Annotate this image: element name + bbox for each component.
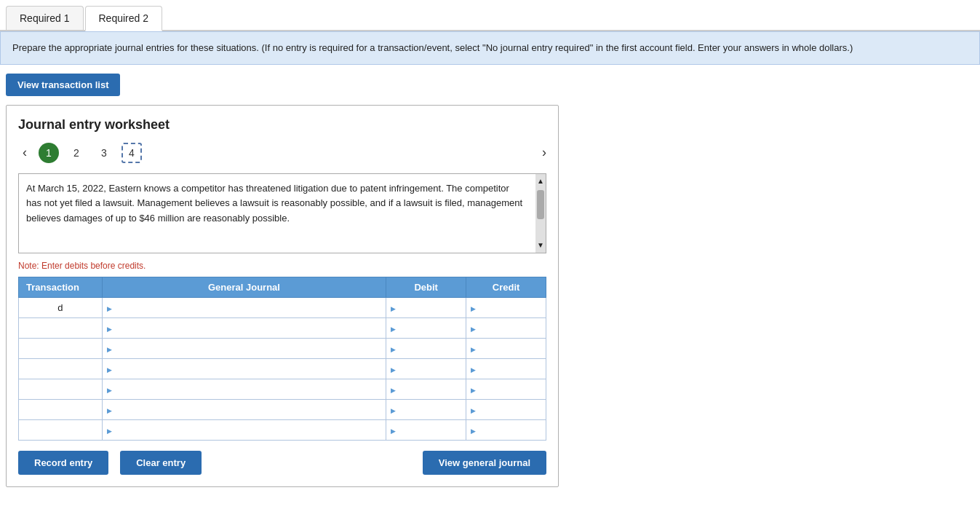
col-header-general-journal: General Journal [102,277,386,297]
table-row: d [19,297,546,317]
table-row [19,399,546,419]
credit-cell-6[interactable] [466,419,546,440]
general-journal-cell-4[interactable] [102,379,386,399]
info-banner-text: Prepare the appropriate journal entries … [12,42,853,53]
nav-num-3[interactable]: 3 [94,143,114,163]
credit-cell-0[interactable] [466,297,546,317]
journal-entry-worksheet: Journal entry worksheet ‹ 1 2 3 4 › At M… [6,105,559,487]
transaction-cell-3 [19,358,103,379]
debit-cell-0[interactable] [386,297,466,317]
worksheet-title: Journal entry worksheet [18,117,546,133]
debit-cell-3[interactable] [386,358,466,379]
journal-table: Transaction General Journal Debit Credit… [18,277,546,441]
tab-required1[interactable]: Required 1 [6,6,84,30]
scenario-text: At March 15, 2022, Eastern knows a compe… [26,183,522,224]
scenario-box: At March 15, 2022, Eastern knows a compe… [18,173,546,253]
debit-cell-5[interactable] [386,399,466,419]
table-row [19,338,546,358]
transaction-cell-0: d [19,297,103,317]
col-header-transaction: Transaction [19,277,103,297]
col-header-debit: Debit [386,277,466,297]
tabs-container: Required 1 Required 2 [0,0,980,31]
view-transaction-button[interactable]: View transaction list [6,74,120,96]
credit-cell-2[interactable] [466,338,546,358]
nav-row: ‹ 1 2 3 4 › [18,143,546,163]
general-journal-cell-3[interactable] [102,358,386,379]
credit-cell-1[interactable] [466,317,546,338]
clear-entry-button[interactable]: Clear entry [120,451,202,475]
credit-cell-3[interactable] [466,358,546,379]
debit-cell-4[interactable] [386,379,466,399]
note-text: Note: Enter debits before credits. [18,261,546,271]
general-journal-cell-2[interactable] [102,338,386,358]
transaction-cell-2 [19,338,103,358]
info-banner: Prepare the appropriate journal entries … [0,31,980,65]
scroll-up-icon[interactable]: ▲ [537,175,544,187]
nav-num-4[interactable]: 4 [121,143,142,163]
general-journal-cell-5[interactable] [102,399,386,419]
debit-cell-6[interactable] [386,419,466,440]
transaction-cell-4 [19,379,103,399]
col-header-credit: Credit [466,277,546,297]
transaction-cell-5 [19,399,103,419]
general-journal-cell-1[interactable] [102,317,386,338]
table-row [19,358,546,379]
debit-cell-1[interactable] [386,317,466,338]
scrollbar[interactable]: ▲ ▼ [535,174,546,253]
table-row [19,317,546,338]
record-entry-button[interactable]: Record entry [18,451,108,475]
view-general-journal-button[interactable]: View general journal [423,451,546,475]
nav-next-button[interactable]: › [542,145,546,160]
tab-required2[interactable]: Required 2 [85,6,163,31]
nav-num-1[interactable]: 1 [39,143,59,163]
transaction-cell-6 [19,419,103,440]
bottom-button-row: Record entry Clear entry View general jo… [18,451,546,475]
table-row [19,379,546,399]
nav-prev-button[interactable]: ‹ [18,143,31,162]
scroll-thumb[interactable] [537,190,544,219]
credit-cell-5[interactable] [466,399,546,419]
credit-cell-4[interactable] [466,379,546,399]
general-journal-cell-6[interactable] [102,419,386,440]
debit-cell-2[interactable] [386,338,466,358]
table-row [19,419,546,440]
nav-num-2[interactable]: 2 [66,143,87,163]
scroll-down-icon[interactable]: ▼ [537,240,544,251]
general-journal-cell-0[interactable] [102,297,386,317]
transaction-cell-1 [19,317,103,338]
